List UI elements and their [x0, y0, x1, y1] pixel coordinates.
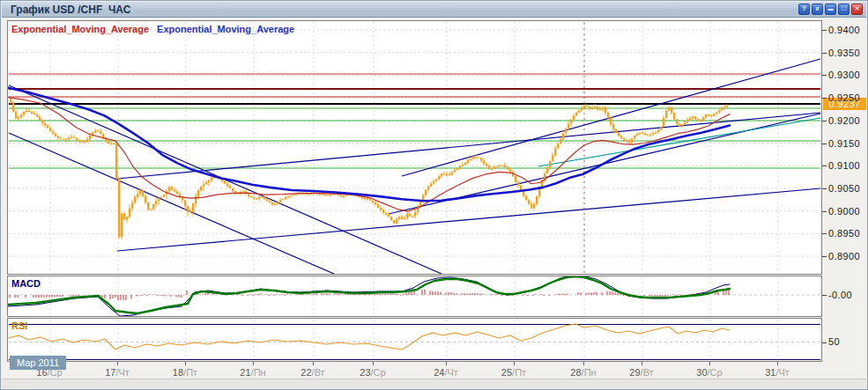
- time-axis-tick: [583, 362, 584, 365]
- window-title: График USD /CHF ЧАС: [11, 4, 130, 16]
- window-controls: ? II ▬ □ ×: [798, 4, 863, 15]
- help-button[interactable]: ?: [798, 4, 810, 15]
- time-axis-tick: [117, 362, 118, 365]
- time-axis-label: 23/Ср: [360, 367, 385, 378]
- month-badge: Мар 2011: [10, 356, 66, 370]
- price-axis-label: 0.9050: [828, 183, 860, 194]
- price-axis-label: 0.9400: [828, 25, 860, 35]
- price-axis-label: 0.9250: [828, 92, 860, 103]
- price-axis-tick: [822, 188, 827, 189]
- time-axis-label: 25/Пт: [501, 367, 526, 378]
- macd-zero-label: -0.00: [828, 290, 852, 300]
- time-axis-tick: [446, 362, 447, 365]
- time-axis-tick: [185, 362, 186, 365]
- price-axis-label: 0.9000: [828, 206, 860, 217]
- time-axis-label: 28/Пн: [570, 367, 596, 378]
- title-bar[interactable]: График USD /CHF ЧАС ? II ▬ □ ×: [2, 2, 866, 18]
- time-axis-tick: [373, 362, 374, 365]
- time-axis-tick: [642, 362, 642, 365]
- time-axis-tick: [313, 362, 314, 365]
- macd-panel: [7, 276, 822, 317]
- rsi-canvas[interactable]: [8, 319, 821, 361]
- time-axis-label: 31/Чт: [765, 367, 790, 378]
- rsi-panel: [7, 318, 822, 362]
- macd-label: MACD: [11, 278, 41, 289]
- legend-ema-slow: Exponential_Moving_Average: [157, 24, 294, 34]
- legend-ema-fast: Exponential_Moving_Average: [11, 24, 149, 34]
- price-chart-canvas[interactable]: [8, 21, 821, 274]
- time-axis-label: 18/Пт: [173, 367, 197, 378]
- price-axis-tick: [822, 30, 827, 31]
- time-axis-tick: [514, 362, 515, 365]
- price-axis-tick: [822, 166, 827, 166]
- time-axis[interactable]: 16/Ср17/Чт18/Пт21/Пн22/Вт23/Ср24/Чт25/Пт…: [7, 362, 822, 380]
- time-axis-label: 30/Ср: [696, 367, 722, 378]
- price-axis-tick: [822, 121, 827, 121]
- price-axis-tick: [822, 98, 827, 99]
- close-button[interactable]: ×: [851, 4, 863, 15]
- price-axis-tick: [822, 75, 827, 76]
- price-axis-label: 0.8900: [828, 251, 860, 261]
- pause-button[interactable]: II: [812, 4, 823, 15]
- bottom-strip: [2, 379, 866, 388]
- minimize-button[interactable]: ▬: [825, 4, 836, 15]
- rsi-label: RSI: [11, 320, 27, 331]
- price-axis-label: 0.9300: [828, 70, 860, 80]
- time-axis-label: 21/Пн: [240, 367, 265, 378]
- price-axis-label: 0.9200: [828, 115, 860, 126]
- maximize-button[interactable]: □: [838, 4, 849, 15]
- rsi-50-label: 50: [828, 336, 840, 347]
- price-axis-tick: [822, 211, 827, 212]
- chart-window: График USD /CHF ЧАС ? II ▬ □ × Exponenti…: [0, 0, 868, 390]
- time-axis-label: 22/Вт: [300, 367, 324, 378]
- price-axis-tick: [822, 143, 827, 144]
- time-axis-label: 24/Чт: [434, 367, 458, 378]
- time-axis-label: 29/Вт: [629, 367, 653, 378]
- indicator-legend: Exponential_Moving_AverageExponential_Mo…: [11, 24, 302, 34]
- price-panel: [7, 20, 822, 275]
- price-axis-tick: [822, 256, 827, 257]
- price-axis-tick: [822, 53, 827, 54]
- time-axis-tick: [253, 362, 254, 365]
- price-axis-label: 0.9150: [828, 138, 860, 149]
- price-axis-tick: [822, 233, 827, 234]
- macd-canvas[interactable]: [8, 276, 821, 316]
- time-axis-tick: [709, 362, 710, 365]
- price-axis-label: 0.9100: [828, 160, 860, 171]
- time-axis-label: 17/Чт: [105, 367, 130, 378]
- time-axis-tick: [777, 362, 778, 365]
- price-axis-label: 0.9350: [828, 48, 860, 58]
- price-axis-label: 0.8950: [828, 228, 860, 239]
